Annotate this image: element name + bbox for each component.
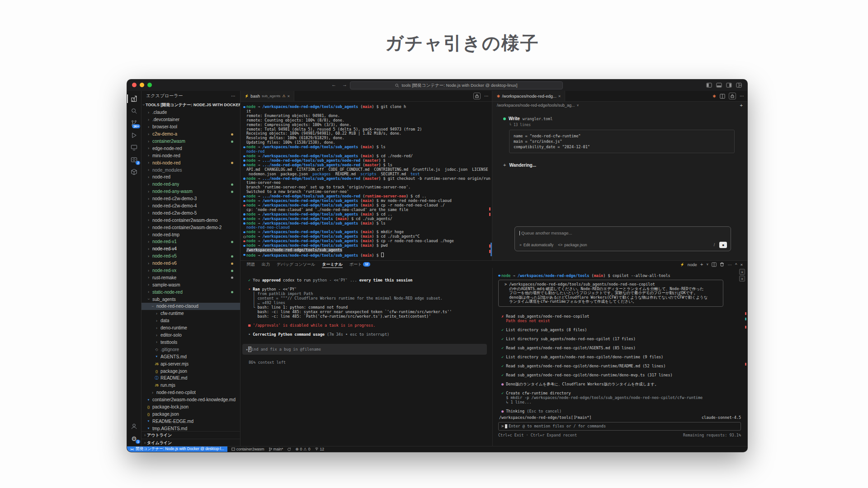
tree-item-.claude[interactable]: ›.claude: [142, 109, 240, 116]
tree-item-package.json[interactable]: {}package.json: [142, 410, 240, 418]
close-tab-icon[interactable]: ×: [558, 94, 561, 99]
zoom-window-button[interactable]: [147, 83, 152, 87]
tree-item-node-red-c2w-demo-4[interactable]: ›node-red-c2w-demo-4: [142, 202, 240, 210]
toggle-panel-icon[interactable]: [716, 82, 722, 88]
activitybar-extensions-package[interactable]: [127, 166, 141, 178]
codex-terminal-pane[interactable]: ✓ You approved codex to run python - <<'…: [241, 268, 493, 446]
activitybar-source-control[interactable]: 1K+: [127, 117, 141, 129]
tree-item-node-red-v1[interactable]: ›node-red-v1: [142, 238, 240, 245]
copilot-terminal-pane[interactable]: ▪ ▪ node → /workspaces/node-red-edge/too…: [493, 268, 747, 446]
breadcrumb[interactable]: /workspaces/node-red-edge/tools/sub_ag..…: [492, 102, 747, 109]
tree-item-node-red-container2wasm-demo-2[interactable]: ›node-red-container2wasm-demo-2: [142, 224, 240, 231]
tree-item-node-red-neo-claoud[interactable]: ›node-red-neo-claoud: [142, 303, 240, 310]
back-icon[interactable]: ←: [331, 82, 336, 87]
edit-mode-toggle[interactable]: » Edit automatically: [519, 243, 553, 247]
lock-icon[interactable]: [473, 93, 481, 99]
tree-item-node-red-any-wasm[interactable]: ›node-red-any-wasm: [142, 188, 240, 195]
tree-item-package.json[interactable]: {}package.json: [142, 367, 240, 375]
more-actions-icon[interactable]: ⋯: [740, 94, 744, 99]
tree-item-.devcontainer[interactable]: ›.devcontainer: [142, 116, 240, 123]
tab-ports[interactable]: ポート12: [349, 261, 370, 268]
lock-icon[interactable]: [729, 93, 736, 99]
tab-claude-session[interactable]: ∗ /workspaces/node-red-edg... ×: [492, 91, 565, 101]
codex-input[interactable]: ▸ F ind and fix a bug in @filename: [242, 344, 487, 355]
context-file-chip[interactable]: <> package.json: [558, 243, 587, 247]
tree-item-cfw-runtime[interactable]: ›cfw-runtime: [142, 310, 240, 317]
customize-layout-icon[interactable]: [736, 82, 742, 88]
activitybar-explorer[interactable]: [127, 93, 141, 105]
more-actions-icon[interactable]: ⋯: [484, 94, 489, 99]
tab-bash-terminal[interactable]: ⚡ bash sub_agents ⚠ ×: [241, 91, 294, 101]
tree-item-node-red-container2wasm-demo[interactable]: ›node-red-container2wasm-demo: [142, 216, 240, 224]
tree-item-sample-wasm[interactable]: ›sample-wasm: [142, 281, 240, 288]
tree-item-README.md[interactable]: ⓘREADME.md: [142, 375, 240, 382]
tab-terminal[interactable]: ターミナル: [322, 261, 343, 268]
tree-item-node-red-v6[interactable]: ›node-red-v6: [142, 260, 240, 267]
stop-button[interactable]: ■: [719, 242, 727, 248]
remote-indicator[interactable]: >< 開発コンテナー: Node.js with Docker @ deskto…: [127, 446, 227, 452]
tree-item-c2w-demo-a[interactable]: ›c2w-demo-a: [142, 131, 240, 138]
activitybar-dev-containers[interactable]: 2: [127, 154, 141, 166]
close-panel-icon[interactable]: ×: [740, 262, 743, 267]
tab-debug-console[interactable]: デバッグ コンソール: [277, 261, 315, 268]
toggle-sidebar-icon[interactable]: [706, 82, 712, 88]
maximize-panel-icon[interactable]: ^: [735, 262, 737, 267]
new-session-icon[interactable]: +: [740, 103, 743, 108]
outline-section[interactable]: › アウトライン: [142, 431, 240, 439]
tree-item-package-lock.json[interactable]: {}package-lock.json: [142, 404, 240, 411]
status-sync[interactable]: [287, 447, 291, 451]
scrollbar-thumb[interactable]: [491, 243, 492, 256]
tree-item-node-red[interactable]: ›node-red: [142, 174, 240, 181]
tree-item-container2wasm-node-red-knowledge.md[interactable]: ▼container2wasm-node-red-knowledge.md: [142, 396, 240, 404]
queue-message-input[interactable]: Queue another message... » Edit automati…: [514, 226, 731, 251]
active-terminal-name[interactable]: node: [688, 262, 697, 267]
tree-item-node-red-vx[interactable]: ›node-red-vx: [142, 267, 240, 274]
tree-item-data[interactable]: ›data: [142, 317, 240, 324]
tree-item-deno-runtime[interactable]: ›deno-runtime: [142, 324, 240, 332]
tree-item-node-red-v5[interactable]: ›node-red-v5: [142, 253, 240, 260]
tree-item-mini-node-red[interactable]: ›mini-node-red: [142, 152, 240, 159]
tree-item-AGENTS.md[interactable]: ▼AGENTS.md: [142, 353, 240, 360]
command-center[interactable]: tools [開発コンテナー: Node.js with Docker @ de…: [350, 81, 563, 89]
tree-item-node_modules[interactable]: ›node_modules: [142, 166, 240, 174]
activitybar-run-debug[interactable]: [127, 129, 141, 141]
tree-item-node-red-tmp[interactable]: ›node-red-tmp: [142, 231, 240, 238]
split-editor-icon[interactable]: [720, 94, 725, 99]
tree-item-editor-solo[interactable]: ›editor-solo: [142, 332, 240, 339]
tree-item-rust-remake[interactable]: ›rust-remake: [142, 274, 240, 281]
tree-item-api-server.mjs[interactable]: JSapi-server.mjs: [142, 360, 240, 367]
tree-item-container2wasm[interactable]: ›container2wasm: [142, 138, 240, 145]
chevron-down-icon[interactable]: ∨: [706, 263, 708, 266]
tree-item-sub_agents[interactable]: ›sub_agents: [142, 296, 240, 303]
close-tab-icon[interactable]: ×: [288, 94, 290, 99]
tree-item-node-red-neo-cpilot[interactable]: ›node-red-neo-cpilot: [142, 389, 240, 396]
minimize-window-button[interactable]: [140, 83, 144, 87]
toggle-secondary-sidebar-icon[interactable]: [726, 82, 732, 88]
status-problems[interactable]: ⊗0 ⚠0: [295, 447, 310, 451]
new-terminal-icon[interactable]: +: [700, 262, 703, 267]
kill-terminal-icon[interactable]: [720, 262, 724, 267]
copilot-input[interactable]: > Enter @ to mention files or / for comm…: [498, 422, 741, 431]
status-container[interactable]: container2wasm: [231, 447, 264, 451]
more-actions-icon[interactable]: ⋯: [231, 94, 236, 99]
status-ports[interactable]: 12: [315, 447, 324, 451]
tree-item-tmp.AGENTS.md[interactable]: ▼tmp.AGENTS.md: [142, 425, 240, 431]
close-window-button[interactable]: [132, 83, 137, 87]
forward-icon[interactable]: →: [342, 82, 347, 87]
tree-item-testtools[interactable]: ›testtools: [142, 339, 240, 346]
tree-item-edge-node-red[interactable]: ›edge-node-red: [142, 145, 240, 152]
tree-item-README-EDGE.md[interactable]: ▼README-EDGE.md: [142, 418, 240, 425]
activitybar-account[interactable]: [127, 420, 141, 432]
tab-output[interactable]: 出力: [262, 261, 270, 268]
more-actions-icon[interactable]: ⋯: [727, 262, 732, 267]
tree-item-static-node-red[interactable]: ›static-node-red: [142, 288, 240, 296]
workspace-section-header[interactable]: › TOOLS [開発コンテナー: NODE.JS WITH DOCKER ..…: [142, 101, 240, 109]
status-branch[interactable]: main*: [269, 447, 283, 451]
tree-item-.gitignore[interactable]: ◇.gitignore: [142, 346, 240, 353]
timeline-section[interactable]: › タイムライン: [142, 439, 240, 446]
activitybar-remote-explorer[interactable]: [127, 141, 141, 154]
tree-item-nobi-node-red[interactable]: ›nobi-node-red: [142, 159, 240, 166]
split-terminal-icon[interactable]: [712, 262, 717, 267]
tree-item-node-red-c2w-demo-3[interactable]: ›node-red-c2w-demo-3: [142, 195, 240, 202]
activitybar-search[interactable]: [127, 105, 141, 117]
